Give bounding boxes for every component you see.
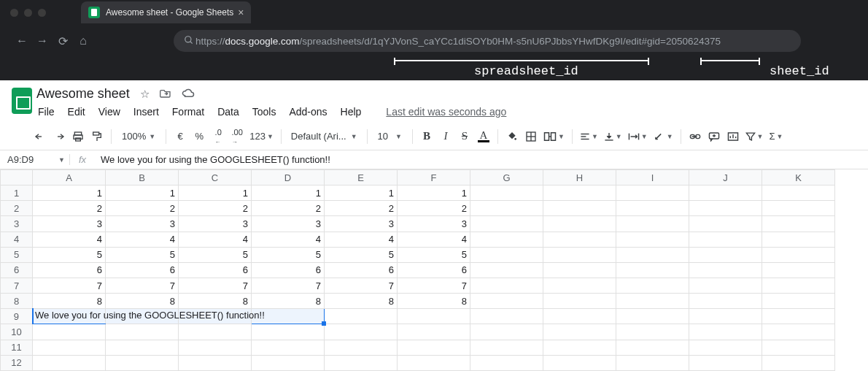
redo-icon[interactable] <box>51 127 67 146</box>
menu-format[interactable]: Format <box>172 106 204 118</box>
col-header-K[interactable]: K <box>762 170 835 186</box>
rotate-icon[interactable]: ▼ <box>652 127 675 146</box>
cell-A1[interactable]: 1 <box>33 186 106 201</box>
cell-D10[interactable] <box>252 324 325 340</box>
cell-E2[interactable]: 2 <box>325 201 398 216</box>
cell-D11[interactable] <box>252 340 325 355</box>
borders-icon[interactable] <box>523 127 539 146</box>
zoom-select[interactable]: 100%▼ <box>117 131 160 142</box>
cell-B6[interactable]: 6 <box>106 262 179 278</box>
cell-E5[interactable]: 5 <box>325 247 398 262</box>
cell-D6[interactable]: 6 <box>252 262 325 278</box>
cell-K10[interactable] <box>762 324 835 340</box>
chart-icon[interactable] <box>725 127 741 146</box>
url-bar[interactable]: https://docs.google.com/spreadsheets/d/1… <box>174 30 801 52</box>
cell-C5[interactable]: 5 <box>179 247 252 262</box>
cell-D5[interactable]: 5 <box>252 247 325 262</box>
col-header-H[interactable]: H <box>543 170 616 186</box>
cell-E9[interactable] <box>325 309 398 324</box>
font-select[interactable]: Default (Ari...▼ <box>287 129 361 144</box>
cell-I10[interactable] <box>616 324 689 340</box>
sheets-logo[interactable] <box>7 86 36 123</box>
cell-B7[interactable]: 7 <box>106 278 179 293</box>
cell-H8[interactable] <box>543 294 616 309</box>
cell-E3[interactable]: 3 <box>325 216 398 232</box>
cell-A11[interactable] <box>33 340 106 355</box>
cell-G3[interactable] <box>470 216 543 232</box>
v-align-icon[interactable]: ▼ <box>602 127 624 146</box>
cell-A12[interactable] <box>33 355 106 370</box>
undo-icon[interactable] <box>32 127 48 146</box>
cell-C10[interactable] <box>179 324 252 340</box>
decrease-decimal[interactable]: .0← <box>210 127 226 146</box>
cell-D7[interactable]: 7 <box>252 278 325 293</box>
cell-F9[interactable] <box>398 309 470 324</box>
menu-file[interactable]: File <box>38 106 55 118</box>
cell-K3[interactable] <box>762 216 835 232</box>
browser-tab[interactable]: Awesome sheet - Google Sheets × <box>81 1 251 23</box>
row-header-11[interactable]: 11 <box>1 340 33 355</box>
cell-K11[interactable] <box>762 340 835 355</box>
cell-G12[interactable] <box>470 355 543 370</box>
row-header-4[interactable]: 4 <box>1 232 33 247</box>
cell-F2[interactable]: 2 <box>398 201 470 216</box>
cell-J3[interactable] <box>689 216 762 232</box>
cell-A4[interactable]: 4 <box>33 232 106 247</box>
cell-H3[interactable] <box>543 216 616 232</box>
window-max-dot[interactable] <box>38 9 46 17</box>
cell-A10[interactable] <box>33 324 106 340</box>
cell-E10[interactable] <box>325 324 398 340</box>
row-header-6[interactable]: 6 <box>1 262 33 278</box>
cell-K7[interactable] <box>762 278 835 293</box>
cell-K4[interactable] <box>762 232 835 247</box>
cell-I12[interactable] <box>616 355 689 370</box>
cell-G7[interactable] <box>470 278 543 293</box>
cell-D8[interactable]: 8 <box>252 294 325 309</box>
cell-K2[interactable] <box>762 201 835 216</box>
fill-color-icon[interactable] <box>504 127 520 146</box>
menu-insert[interactable]: Insert <box>133 106 159 118</box>
text-color-button[interactable]: A <box>476 127 492 146</box>
cell-F12[interactable] <box>398 355 470 370</box>
row-header-5[interactable]: 5 <box>1 247 33 262</box>
cell-B11[interactable] <box>106 340 179 355</box>
close-icon[interactable]: × <box>238 7 244 18</box>
font-size-select[interactable]: 10▼ <box>373 131 406 142</box>
more-formats[interactable]: 123▼ <box>248 127 275 146</box>
window-close-dot[interactable] <box>10 9 18 17</box>
cell-G10[interactable] <box>470 324 543 340</box>
doc-title[interactable]: Awesome sheet <box>36 86 130 102</box>
cell-J11[interactable] <box>689 340 762 355</box>
cell-H2[interactable] <box>543 201 616 216</box>
cell-E8[interactable]: 8 <box>325 294 398 309</box>
col-header-B[interactable]: B <box>106 170 179 186</box>
cell-J4[interactable] <box>689 232 762 247</box>
col-header-J[interactable]: J <box>689 170 762 186</box>
menu-tools[interactable]: Tools <box>252 106 276 118</box>
merge-cells-icon[interactable]: ▼ <box>542 127 566 146</box>
menu-view[interactable]: View <box>98 106 120 118</box>
cell-F1[interactable]: 1 <box>398 186 470 201</box>
cell-F5[interactable]: 5 <box>398 247 470 262</box>
cell-K5[interactable] <box>762 247 835 262</box>
row-header-2[interactable]: 2 <box>1 201 33 216</box>
cell-B5[interactable]: 5 <box>106 247 179 262</box>
paint-format-icon[interactable] <box>89 127 105 146</box>
cell-C3[interactable]: 3 <box>179 216 252 232</box>
cell-A6[interactable]: 6 <box>33 262 106 278</box>
cell-I3[interactable] <box>616 216 689 232</box>
window-min-dot[interactable] <box>24 9 32 17</box>
cell-J10[interactable] <box>689 324 762 340</box>
cell-J5[interactable] <box>689 247 762 262</box>
cell-F8[interactable]: 8 <box>398 294 470 309</box>
formula-input[interactable]: We love you for using the GOOGLESHEET() … <box>95 154 868 165</box>
cell-H11[interactable] <box>543 340 616 355</box>
cell-C2[interactable]: 2 <box>179 201 252 216</box>
cell-A3[interactable]: 3 <box>33 216 106 232</box>
cell-I5[interactable] <box>616 247 689 262</box>
cell-D12[interactable] <box>252 355 325 370</box>
col-header-A[interactable]: A <box>33 170 106 186</box>
cell-A5[interactable]: 5 <box>33 247 106 262</box>
move-icon[interactable] <box>160 88 171 100</box>
cell-F10[interactable] <box>398 324 470 340</box>
